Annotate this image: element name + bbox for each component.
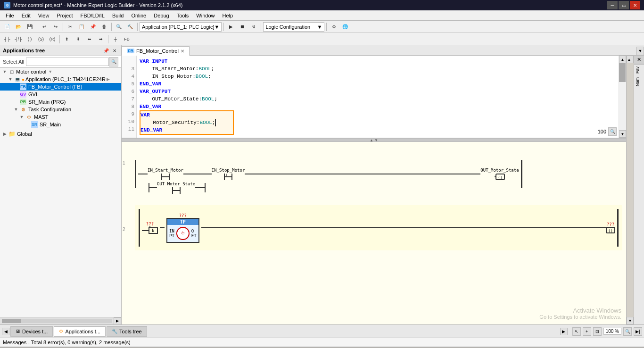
zoom-icon-btn2[interactable]: 🔍 bbox=[623, 327, 632, 336]
tree-item-mast[interactable]: ▼ ⚙ MAST bbox=[0, 113, 121, 121]
contact-out-motor-parallel[interactable]: OUT_Motor_State bbox=[157, 182, 195, 194]
ladder-btn10[interactable]: ┼ bbox=[110, 34, 121, 44]
tree-item-gvl[interactable]: GV GVL bbox=[0, 91, 121, 98]
tp-function-block[interactable]: ??? TP IN PT ⏱ bbox=[166, 213, 199, 243]
menu-project[interactable]: Project bbox=[53, 12, 76, 19]
menu-debug[interactable]: Debug bbox=[150, 12, 173, 19]
panel-pin-button[interactable]: 📌 bbox=[102, 47, 110, 54]
search-button[interactable]: 🔍 bbox=[109, 57, 118, 66]
tree-item-sr-main[interactable]: SR SR_Main bbox=[0, 121, 121, 128]
editor-divider[interactable]: ▲ ▼ bbox=[122, 138, 626, 142]
left-panel-scrollbar[interactable]: ▶ bbox=[0, 317, 121, 324]
ladder-btn5[interactable]: (R) bbox=[47, 34, 58, 44]
new-button[interactable]: 📄 bbox=[2, 22, 12, 32]
menu-build[interactable]: Build bbox=[108, 12, 127, 19]
ladder-btn2[interactable]: ┤/├ bbox=[13, 34, 24, 44]
bottom-tab-tools[interactable]: 🔧 Tools tree bbox=[107, 326, 147, 337]
paste-button[interactable]: 📌 bbox=[88, 22, 98, 32]
ladder-btn8[interactable]: ⬅ bbox=[84, 34, 95, 44]
menu-file[interactable]: File bbox=[2, 12, 18, 19]
tree-item-motor-control[interactable]: ▼ ⊡ Motor control ▼ bbox=[0, 68, 121, 75]
right-scroll-up[interactable]: ▲ bbox=[627, 56, 634, 63]
panel-close-button[interactable]: ✕ bbox=[111, 47, 118, 54]
menu-window[interactable]: Window bbox=[192, 12, 218, 19]
delete-button[interactable]: 🗑 bbox=[99, 22, 109, 32]
rung2-output-coil[interactable]: ??? ( ) bbox=[606, 222, 615, 233]
panel-close-x[interactable]: ✕ bbox=[634, 56, 644, 64]
cursor-btn[interactable]: ↖ bbox=[572, 327, 581, 336]
logic-dropdown[interactable]: Logic Configuration ▼ bbox=[263, 22, 324, 32]
scroll-up-btn[interactable]: ▲ bbox=[619, 56, 626, 63]
zoom-fit-btn[interactable]: ⊡ bbox=[593, 327, 602, 336]
tree-item-fb-motor[interactable]: FB FB_Motor_Control (FB) bbox=[0, 83, 121, 91]
menu-tools[interactable]: Tools bbox=[173, 12, 193, 19]
contact-in-start[interactable]: IN_Start_Motor bbox=[148, 168, 183, 180]
vscroll-thumb[interactable] bbox=[619, 63, 626, 82]
app-dropdown[interactable]: Application [PLC_1: PLC Logic] ▼ bbox=[140, 22, 222, 32]
menu-fbdldil[interactable]: FBD/LD/IL bbox=[77, 12, 108, 19]
menu-view[interactable]: View bbox=[34, 12, 53, 19]
minimize-button[interactable]: ─ bbox=[607, 1, 618, 9]
fav-collapsed-tab[interactable]: Fav bbox=[634, 64, 644, 75]
expand-application[interactable]: ▼ bbox=[8, 76, 13, 82]
contact-in-stop[interactable]: IN_Stop_Motor / bbox=[212, 168, 245, 180]
ladder-diagram[interactable]: 1 IN_ bbox=[122, 142, 626, 324]
right-scroll-down[interactable]: ▼ bbox=[627, 317, 634, 324]
tree-item-application[interactable]: ▼ 💻 ● Application (PLC_1: TM241CE24R ▶ bbox=[0, 75, 121, 83]
save-button[interactable]: 💾 bbox=[25, 22, 35, 32]
menu-help[interactable]: Help bbox=[218, 12, 237, 19]
copy-button[interactable]: 📋 bbox=[76, 22, 87, 32]
bottom-tab-devices[interactable]: 🖥 Devices t... bbox=[10, 326, 53, 337]
bottom-scroll-left[interactable]: ◀ bbox=[2, 328, 9, 335]
expand-sr-main[interactable] bbox=[25, 122, 30, 127]
tab-list-button[interactable]: ▼ bbox=[636, 47, 644, 55]
zoom-icon-btn[interactable]: 🔍 bbox=[608, 127, 617, 136]
ladder-btn11[interactable]: FB bbox=[122, 34, 132, 44]
online-btn1[interactable]: ▶ bbox=[226, 22, 236, 32]
expand-sr-prg[interactable] bbox=[13, 99, 19, 105]
expand-right[interactable]: ▶ bbox=[107, 77, 110, 82]
find-button[interactable]: 🔍 bbox=[114, 22, 124, 32]
tree-item-task-config[interactable]: ▼ ⚙ Task Configuration bbox=[0, 106, 121, 113]
name-collapsed-tab[interactable]: Nam bbox=[634, 75, 644, 88]
side-btn[interactable]: ▶| bbox=[634, 327, 642, 336]
vscroll-track[interactable] bbox=[619, 63, 626, 130]
expand-gvl[interactable] bbox=[13, 91, 19, 97]
expand-task[interactable]: ▼ bbox=[13, 107, 19, 112]
restore-button[interactable]: ▭ bbox=[619, 1, 629, 9]
scroll-right-button[interactable]: ▶ bbox=[114, 317, 121, 325]
close-button[interactable]: ✕ bbox=[630, 1, 640, 9]
build-btn[interactable]: 🔨 bbox=[125, 22, 135, 32]
coil-out-motor[interactable]: OUT_Motor_State ( ) bbox=[480, 168, 519, 180]
search-input[interactable] bbox=[26, 58, 109, 66]
expand-motor-control[interactable]: ▼ bbox=[2, 69, 8, 75]
ladder-btn6[interactable]: ⬆ bbox=[62, 34, 72, 44]
config-btn2[interactable]: 🌐 bbox=[340, 22, 350, 32]
online-btn2[interactable]: ⏹ bbox=[237, 22, 248, 32]
ladder-btn9[interactable]: ➡ bbox=[96, 34, 106, 44]
open-button[interactable]: 📂 bbox=[13, 22, 24, 32]
code-vscrollbar[interactable]: ▲ ▼ bbox=[619, 56, 626, 138]
dropdown-arrow[interactable]: ▼ bbox=[48, 69, 52, 74]
h-scrollbar-track[interactable] bbox=[2, 319, 112, 323]
expand-mast[interactable]: ▼ bbox=[19, 114, 25, 120]
ladder-btn4[interactable]: (S) bbox=[36, 34, 46, 44]
menu-edit[interactable]: Edit bbox=[18, 12, 34, 19]
undo-button[interactable]: ↩ bbox=[39, 22, 50, 32]
tab-fb-motor[interactable]: FB FB_Motor_Control ✕ bbox=[122, 46, 190, 56]
expand-fb[interactable] bbox=[13, 84, 19, 90]
scroll-down-btn[interactable]: ▼ bbox=[619, 130, 626, 138]
tab-close-button[interactable]: ✕ bbox=[181, 49, 184, 54]
bottom-tab-applications[interactable]: ⚙ Applications t... bbox=[54, 326, 106, 337]
ladder-btn7[interactable]: ⬇ bbox=[73, 34, 83, 44]
code-content[interactable]: VAR_INPUT IN_Start_Motor:BOOL; IN_Stop_M… bbox=[137, 56, 619, 138]
tree-item-global[interactable]: ▶ 📁 Global bbox=[0, 130, 121, 138]
menu-online[interactable]: Online bbox=[127, 12, 150, 19]
ladder-btn3[interactable]: ( ) bbox=[25, 34, 35, 44]
h-scrollbar-thumb[interactable] bbox=[2, 319, 21, 323]
tree-item-sr-main-prg[interactable]: PR SR_Main (PRG) bbox=[0, 98, 121, 106]
cut-button[interactable]: ✂ bbox=[65, 22, 75, 32]
zoom-in-btn[interactable]: + bbox=[583, 327, 591, 336]
bottom-scroll-right[interactable]: ▶ bbox=[560, 328, 568, 335]
ladder-btn1[interactable]: ┤├ bbox=[2, 34, 12, 44]
